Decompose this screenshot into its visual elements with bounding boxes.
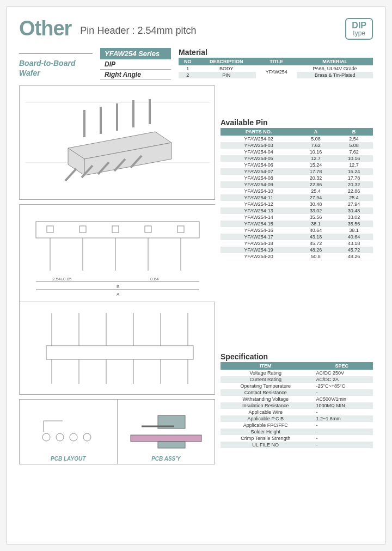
pcb-assy-cell: PCB ASS'Y xyxy=(118,399,216,464)
table-row: YFAW254-1230.4827.94 xyxy=(220,201,373,207)
series-angle: Right Angle xyxy=(100,70,171,80)
col-header: MATERIAL xyxy=(297,58,373,65)
cell: Withstanding Voltage xyxy=(220,396,310,402)
svg-rect-13 xyxy=(36,222,199,238)
pins-title: Available Pin xyxy=(220,118,373,127)
cell: 22.86 xyxy=(297,181,335,188)
cell: AC500V/1min xyxy=(310,396,373,402)
cell: YFAW254-06 xyxy=(220,162,297,168)
cell: YFAW254-10 xyxy=(220,188,297,194)
svg-rect-17 xyxy=(145,226,151,232)
cell: 25.4 xyxy=(297,188,335,194)
svg-rect-48 xyxy=(158,442,185,448)
table-row: YFAW254-1333.0230.48 xyxy=(220,207,373,214)
cell: YFAW254-11 xyxy=(220,194,297,201)
cell: 1000MΩ MIN xyxy=(310,402,373,409)
cell: 10.16 xyxy=(335,155,373,162)
side-view-drawing xyxy=(19,302,215,395)
cell: 15.24 xyxy=(297,162,335,168)
cell: 48.26 xyxy=(335,253,373,260)
cell: 7.62 xyxy=(335,149,373,155)
table-row: UL FILE NO- xyxy=(220,442,373,448)
cell: UL FILE NO xyxy=(220,442,310,448)
cell: 27.94 xyxy=(335,201,373,207)
dim-a: A xyxy=(117,292,120,297)
table-row: YFAW254-1538.135.56 xyxy=(220,221,373,227)
cell: - xyxy=(310,442,373,448)
svg-rect-46 xyxy=(131,435,201,442)
table-row: Applicable P.C.B1.2~1.6mm xyxy=(220,415,373,422)
cell: YFAW254-13 xyxy=(220,207,297,214)
spec-table: ITEMSPEC Voltage RatingAC/DC 250VCurrent… xyxy=(220,362,373,448)
table-row: Voltage RatingAC/DC 250V xyxy=(220,370,373,376)
table-row: 1BODYYFAW254PA66, UL94V Grade xyxy=(179,65,373,72)
cell: 1.2~1.6mm xyxy=(310,415,373,422)
dim-b: B xyxy=(117,284,119,289)
meta-row: Board-to-Board Wafer YFAW254 Series DIP … xyxy=(19,48,373,80)
table-row: YFAW254-0820.3217.78 xyxy=(220,175,373,181)
cell: PIN xyxy=(197,72,256,78)
cell: YFAW254-07 xyxy=(220,168,297,175)
table-row: Contact Resistance- xyxy=(220,389,373,396)
cell: Applicable P.C.B xyxy=(220,415,310,422)
cell: 12.7 xyxy=(297,155,335,162)
col-header: A xyxy=(297,128,335,136)
table-row: Solder Height- xyxy=(220,428,373,435)
cell: YFAW254 xyxy=(256,65,297,78)
dim-pin: 0.64 xyxy=(150,277,159,281)
cell: 40.64 xyxy=(335,234,373,240)
cell: 15.24 xyxy=(335,168,373,175)
cell: 38.1 xyxy=(335,227,373,234)
svg-point-39 xyxy=(42,433,50,441)
cell: - xyxy=(310,422,373,428)
col-header: PARTS NO. xyxy=(220,128,297,136)
cell: 22.86 xyxy=(335,188,373,194)
table-row: YFAW254-0410.167.62 xyxy=(220,149,373,155)
table-row: YFAW254-2050.848.26 xyxy=(220,253,373,260)
cell: Solder Height xyxy=(220,428,310,435)
cell: 27.94 xyxy=(297,194,335,201)
col-header: SPEC xyxy=(310,362,373,370)
cell: 30.48 xyxy=(297,201,335,207)
svg-rect-18 xyxy=(177,226,184,232)
table-row: YFAW254-0922.8620.32 xyxy=(220,181,373,188)
svg-point-41 xyxy=(70,433,77,441)
table-row: YFAW254-1743.1840.64 xyxy=(220,234,373,240)
tables-column: Available Pin PARTS NO.AB YFAW254-025.08… xyxy=(220,80,373,464)
cell: Voltage Rating xyxy=(220,370,310,376)
pcb-assy-caption: PCB ASS'Y xyxy=(151,456,180,462)
category-box: Board-to-Board Wafer xyxy=(19,48,93,80)
cell: 50.8 xyxy=(297,253,335,260)
cell: Insulation Resistance xyxy=(220,402,310,409)
table-row: Withstanding VoltageAC500V/1min xyxy=(220,396,373,402)
cell: YFAW254-03 xyxy=(220,142,297,149)
cell: Crimp Tensile Strength xyxy=(220,435,310,442)
cell: YFAW254-17 xyxy=(220,234,297,240)
table-row: YFAW254-0615.2412.7 xyxy=(220,162,373,168)
drawings-column: 2.54±0.05 0.64 B A xyxy=(19,80,215,464)
badge-top: DIP xyxy=(352,21,366,30)
cell: - xyxy=(310,389,373,396)
top-view-drawing: 2.54±0.05 0.64 B A xyxy=(19,204,215,302)
table-row: Applicable FPC/FFC- xyxy=(220,422,373,428)
cell: 5.08 xyxy=(297,136,335,142)
table-row: Current RatingAC/DC 2A xyxy=(220,376,373,383)
series-type: DIP xyxy=(100,59,171,70)
table-row: YFAW254-0717.7815.24 xyxy=(220,168,373,175)
svg-rect-16 xyxy=(112,226,119,232)
table-row: YFAW254-1435.5633.02 xyxy=(220,214,373,221)
cell: Applicable Wire xyxy=(220,409,310,415)
connector-3d-icon xyxy=(46,99,188,186)
cell: - xyxy=(310,409,373,415)
badge-bot: type xyxy=(352,30,366,36)
cell: 2.54 xyxy=(335,136,373,142)
cell: YFAW254-18 xyxy=(220,240,297,247)
cell: 48.26 xyxy=(297,247,335,253)
table-row: YFAW254-1845.7243.18 xyxy=(220,240,373,247)
cell: YFAW254-16 xyxy=(220,227,297,234)
cell: 33.02 xyxy=(297,207,335,214)
cell: YFAW254-05 xyxy=(220,155,297,162)
table-row: Crimp Tensile Strength- xyxy=(220,435,373,442)
col-header: DESCRIPTION xyxy=(197,58,256,65)
svg-line-8 xyxy=(65,169,76,181)
